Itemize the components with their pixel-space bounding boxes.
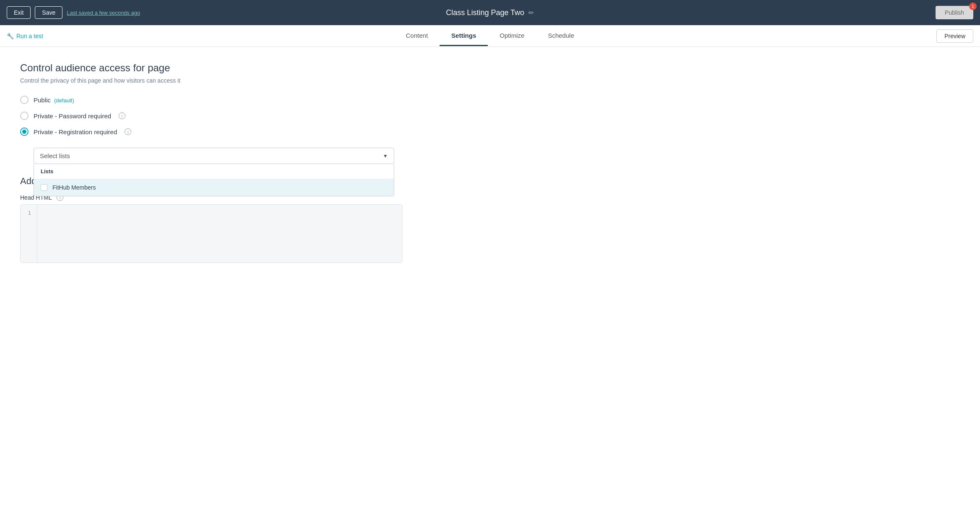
save-button[interactable]: Save [35,6,62,19]
preview-button[interactable]: Preview [936,29,973,43]
publish-button[interactable]: Publish 1 [936,6,973,19]
radio-private-password[interactable]: Private - Password required i [20,112,382,120]
radio-public[interactable]: Public (default) [20,96,382,104]
private-registration-info-icon[interactable]: i [125,128,131,135]
select-lists-box[interactable]: Select lists ▼ [34,148,394,164]
topbar-right: Publish 1 [936,6,973,19]
exit-button[interactable]: Exit [7,6,31,19]
code-editor[interactable]: 1 [20,204,403,263]
fithub-members-label: FitHub Members [52,184,96,191]
main-content: Control audience access for page Control… [0,47,403,278]
section-desc: Control the privacy of this page and how… [20,77,382,84]
subnav: 🔧 Run a test Content Settings Optimize S… [0,25,980,47]
topbar-center: Class Listing Page Two ✏ [446,8,534,17]
radio-public-label: Public (default) [34,96,74,104]
page-title: Class Listing Page Two [446,8,525,17]
topbar-left: Exit Save Last saved a few seconds ago [7,6,140,19]
topbar: Exit Save Last saved a few seconds ago C… [0,0,980,25]
subnav-tabs: Content Settings Optimize Schedule [394,26,586,46]
line-number-1: 1 [26,210,31,216]
section-title: Control audience access for page [20,62,382,74]
list-item[interactable]: FitHub Members [34,179,394,196]
tab-optimize[interactable]: Optimize [488,26,536,46]
private-password-info-icon[interactable]: i [119,112,125,119]
line-numbers: 1 [21,205,37,263]
run-test-label: Run a test [16,33,43,39]
radio-private-password-label: Private - Password required [34,112,111,120]
tab-schedule[interactable]: Schedule [536,26,586,46]
radio-public-circle [20,96,29,104]
run-test-icon: 🔧 [7,33,14,39]
tab-content[interactable]: Content [394,26,440,46]
radio-private-registration-label: Private - Registration required [34,128,117,135]
chevron-down-icon: ▼ [383,153,388,159]
tab-settings[interactable]: Settings [439,26,488,46]
fithub-members-checkbox[interactable] [41,184,47,191]
select-lists-wrapper: Select lists ▼ Lists FitHub Members [34,148,394,164]
dropdown-header: Lists [34,164,394,179]
radio-private-registration[interactable]: Private - Registration required i [20,128,382,136]
radio-private-registration-circle [20,128,29,136]
subnav-right: Preview [936,29,973,43]
public-default-tag: (default) [54,97,74,104]
last-saved-text[interactable]: Last saved a few seconds ago [67,10,140,16]
select-lists-placeholder: Select lists [40,152,70,159]
radio-private-password-circle [20,112,29,120]
run-test-link[interactable]: 🔧 Run a test [7,33,43,39]
dropdown-list: Lists FitHub Members [34,164,394,196]
audience-radio-group: Public (default) Private - Password requ… [20,96,382,164]
publish-badge: 1 [969,3,977,10]
code-area[interactable] [37,205,402,263]
edit-icon[interactable]: ✏ [528,9,534,17]
